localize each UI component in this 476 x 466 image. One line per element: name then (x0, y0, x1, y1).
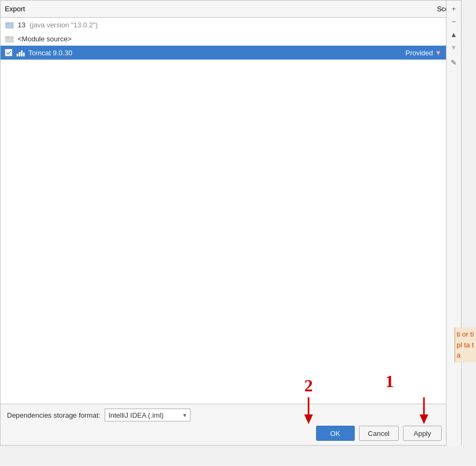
tomcat-icon (16, 48, 25, 57)
up-icon: ▲ (450, 31, 457, 39)
edit-button[interactable]: ✎ (448, 56, 460, 68)
edit-icon: ✎ (451, 59, 457, 67)
module-source-item[interactable]: <Module source> (1, 32, 446, 46)
add-button[interactable]: + (448, 3, 460, 14)
svg-marker-2 (5, 22, 9, 23)
dialog-container: Export Scope 13 (java version "13.0.2") (0, 0, 462, 446)
tomcat-text: Tomcat 9.0.30 (28, 49, 405, 57)
down-icon: ▼ (450, 43, 457, 52)
header-row: Export Scope (1, 1, 461, 18)
remove-button[interactable]: − (448, 16, 460, 27)
apply-button[interactable]: Apply (403, 426, 442, 441)
svg-rect-1 (5, 23, 9, 24)
java-item[interactable]: 13 (java version "13.0.2") (1, 18, 446, 32)
add-icon: + (452, 5, 456, 13)
remove-icon: − (452, 18, 456, 26)
folder-icon (5, 20, 14, 30)
move-down-button[interactable]: ▼ (448, 41, 460, 53)
ok-button[interactable]: OK (316, 426, 355, 441)
tomcat-checkbox[interactable] (5, 49, 12, 56)
storage-format-label: Dependencies storage format: (7, 411, 100, 419)
tomcat-item[interactable]: Tomcat 9.0.30 Provided ▼ (1, 46, 446, 60)
svg-rect-4 (5, 37, 9, 38)
storage-format-select-wrapper: IntelliJ IDEA (.iml) Eclipse (.classpath… (105, 409, 191, 421)
java-version-text: 13 (java version "13.0.2") (18, 21, 442, 29)
module-folder-icon (5, 34, 14, 43)
storage-format-row: Dependencies storage format: IntelliJ ID… (7, 409, 442, 421)
move-up-button[interactable]: ▲ (448, 28, 460, 40)
right-toolbar: + − ▲ ▼ ✎ (446, 1, 461, 446)
module-source-text: <Module source> (18, 35, 442, 43)
browser-text: ti or ti pl ta ta (457, 330, 474, 359)
export-label: Export (5, 5, 25, 13)
bottom-section: Dependencies storage format: IntelliJ ID… (1, 404, 461, 445)
button-row: OK Cancel Apply (7, 426, 442, 441)
browser-sidebar: ti or ti pl ta ta (455, 327, 476, 362)
cancel-button[interactable]: Cancel (359, 426, 399, 441)
tomcat-scope: Provided ▼ (405, 49, 442, 57)
storage-format-select[interactable]: IntelliJ IDEA (.iml) Eclipse (.classpath… (105, 409, 191, 421)
dependencies-list: 13 (java version "13.0.2") <Module sourc… (1, 18, 461, 404)
